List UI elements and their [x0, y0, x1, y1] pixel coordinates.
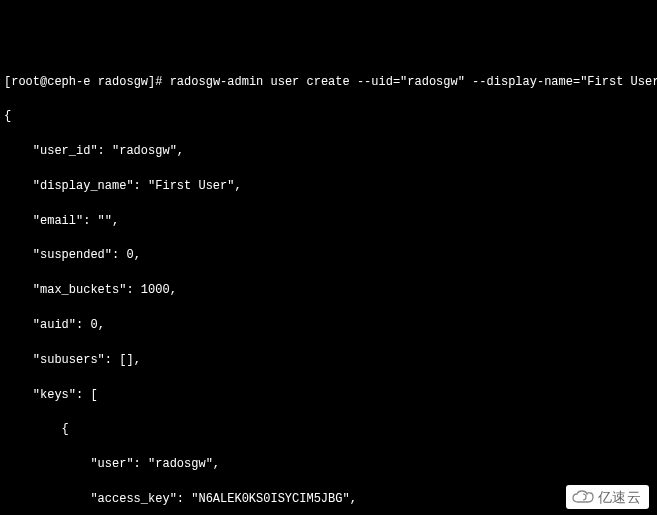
json-line: "suspended": 0,: [4, 247, 657, 264]
cloud-icon: [572, 490, 594, 504]
val-subusers: []: [119, 353, 133, 367]
val-max-buckets: 1000: [141, 283, 170, 297]
watermark: 亿速云: [566, 485, 650, 509]
json-line: "access_key": "N6ALEK0KS0ISYCIM5JBG",: [4, 491, 657, 508]
json-line: "user_id": "radosgw",: [4, 143, 657, 160]
watermark-text: 亿速云: [598, 487, 642, 507]
json-line: "user": "radosgw",: [4, 456, 657, 473]
val-key-user: radosgw: [155, 457, 205, 471]
prompt-host: ceph-e: [47, 75, 90, 89]
prompt-user: root: [11, 75, 40, 89]
json-line: "display_name": "First User",: [4, 178, 657, 195]
val-access-key: N6ALEK0KS0ISYCIM5JBG: [198, 492, 342, 506]
prompt-cwd: radosgw: [98, 75, 148, 89]
json-brace-open: {: [4, 108, 657, 125]
json-line: "keys": [: [4, 387, 657, 404]
json-line: "max_buckets": 1000,: [4, 282, 657, 299]
prompt-command: radosgw-admin user create --uid="radosgw…: [170, 75, 657, 89]
json-line: {: [4, 421, 657, 438]
val-keys-open: [: [90, 388, 97, 402]
val-user-id: radosgw: [119, 144, 169, 158]
val-suspended: 0: [126, 248, 133, 262]
json-line: "email": "",: [4, 213, 657, 230]
val-display-name: First User: [155, 179, 227, 193]
json-line: "subusers": [],: [4, 352, 657, 369]
val-auid: 0: [90, 318, 97, 332]
shell-prompt[interactable]: [root@ceph-e radosgw]# radosgw-admin use…: [4, 74, 657, 91]
json-line: "auid": 0,: [4, 317, 657, 334]
